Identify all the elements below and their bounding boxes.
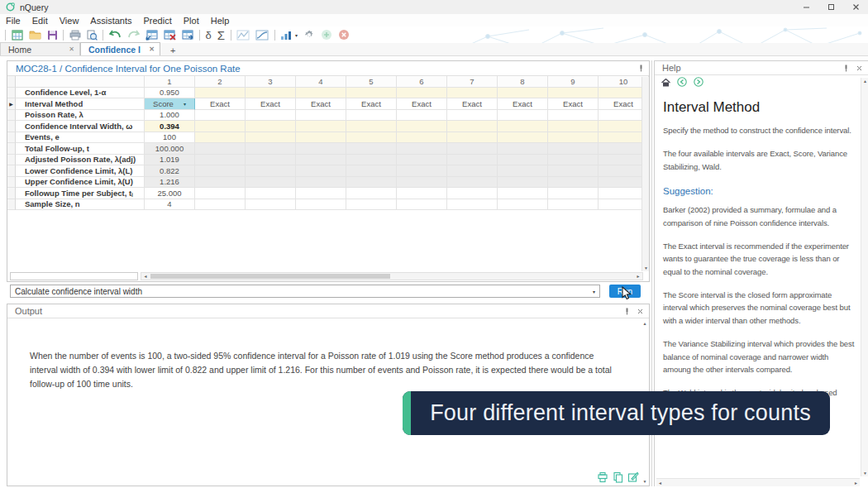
column-header-2[interactable]: 2: [195, 76, 246, 88]
grid-cell[interactable]: Exact: [548, 98, 599, 110]
grid-cell[interactable]: 4: [145, 199, 195, 211]
grid-cell[interactable]: [397, 177, 447, 189]
grid-cell[interactable]: [246, 165, 296, 177]
grid-cell[interactable]: [447, 143, 498, 155]
grid-cell[interactable]: Exact: [447, 98, 498, 110]
tab-home[interactable]: Home✕: [0, 42, 80, 55]
grid-cell[interactable]: [346, 199, 397, 211]
grid-cell[interactable]: [346, 121, 397, 132]
grid-cell[interactable]: [246, 155, 296, 166]
grid-cell[interactable]: [246, 143, 296, 155]
grid-cell[interactable]: [498, 177, 548, 189]
grid-cell[interactable]: [447, 110, 498, 122]
scroll-up-icon[interactable]: ▲: [641, 321, 648, 326]
grid-cell[interactable]: [397, 155, 447, 166]
print-output-icon[interactable]: [597, 471, 608, 483]
menu-assistants[interactable]: Assistants: [90, 16, 131, 26]
column-header-3[interactable]: 3: [246, 76, 296, 88]
grid-cell[interactable]: [548, 188, 599, 199]
edit-output-icon[interactable]: [627, 471, 639, 483]
grid-cell[interactable]: [195, 110, 246, 122]
grid-cell[interactable]: [346, 188, 397, 199]
sigma-icon[interactable]: Σ: [214, 28, 227, 41]
add-circle-icon[interactable]: [318, 28, 336, 41]
grid-cell[interactable]: [246, 121, 296, 132]
dropdown-caret-icon[interactable]: ▾: [184, 101, 186, 107]
grid-cell[interactable]: [296, 165, 346, 177]
grid-cell[interactable]: [246, 132, 296, 144]
help-horizontal-scrollbar[interactable]: ◄ ►: [656, 478, 860, 486]
grid-cell[interactable]: [498, 143, 548, 155]
grid-cell[interactable]: [498, 132, 548, 144]
delete-table-icon[interactable]: [160, 28, 179, 41]
menu-file[interactable]: File: [6, 16, 21, 26]
grid-cell[interactable]: [397, 199, 447, 211]
scroll-down-icon[interactable]: ▼: [641, 479, 648, 484]
grid-cell[interactable]: [548, 88, 599, 99]
grid-cell[interactable]: [397, 165, 447, 177]
grid-cell[interactable]: [397, 121, 447, 132]
grid-cell[interactable]: [498, 110, 548, 122]
grid-cell[interactable]: [296, 177, 346, 189]
grid-cell[interactable]: 0.822: [145, 165, 195, 177]
grid-cell[interactable]: [346, 177, 397, 189]
spline-plot-icon[interactable]: [253, 28, 272, 41]
copy-output-icon[interactable]: [613, 471, 623, 483]
grid-cell[interactable]: [498, 199, 548, 211]
grid-cell[interactable]: [195, 165, 246, 177]
grid-cell[interactable]: [346, 143, 397, 155]
grid-cell[interactable]: [246, 110, 296, 122]
grid-cell[interactable]: [498, 155, 548, 166]
table-horizontal-scrollbar[interactable]: ◄ ►: [141, 272, 643, 280]
grid-cell[interactable]: 100: [145, 132, 195, 144]
scroll-down-icon[interactable]: ▼: [642, 264, 650, 271]
grid-cell[interactable]: [397, 110, 447, 122]
settings-gear-icon[interactable]: [301, 28, 318, 41]
grid-cell[interactable]: [346, 165, 397, 177]
grid-cell[interactable]: [246, 177, 296, 189]
grid-cell[interactable]: [548, 155, 599, 166]
column-header-9[interactable]: 9: [548, 76, 599, 88]
add-tab-button[interactable]: +: [167, 45, 179, 55]
grid-cell[interactable]: [296, 110, 346, 122]
grid-cell[interactable]: Exact: [397, 98, 447, 110]
grid-cell[interactable]: [548, 132, 599, 144]
grid-cell[interactable]: [548, 121, 599, 132]
column-header-1[interactable]: 1: [145, 76, 195, 88]
grid-cell[interactable]: [397, 132, 447, 144]
close-tab-icon[interactable]: ✕: [69, 45, 74, 53]
undo-icon[interactable]: [106, 28, 124, 41]
grid-cell[interactable]: [296, 199, 346, 211]
pin-icon[interactable]: [638, 65, 644, 72]
grid-cell[interactable]: [296, 188, 346, 199]
grid-cell[interactable]: Exact: [246, 98, 296, 110]
grid-cell[interactable]: [548, 110, 599, 122]
grid-cell[interactable]: [548, 177, 599, 189]
save-icon[interactable]: [44, 28, 60, 41]
grid-cell[interactable]: [195, 143, 246, 155]
grid-cell[interactable]: [195, 155, 246, 166]
grid-cell[interactable]: [447, 177, 498, 189]
tab-confidence-interval[interactable]: Confidence Interval fo✕: [80, 42, 160, 55]
new-table-icon[interactable]: [8, 28, 26, 41]
grid-cell[interactable]: 1.000: [145, 110, 195, 122]
close-tab-icon[interactable]: ✕: [149, 45, 155, 53]
column-header-4[interactable]: 4: [296, 76, 346, 88]
grid-cell[interactable]: 0.950: [145, 88, 195, 99]
grid-cell[interactable]: [498, 121, 548, 132]
grid-cell[interactable]: [447, 132, 498, 144]
print-preview-icon[interactable]: [83, 28, 100, 41]
grid-cell[interactable]: [447, 121, 498, 132]
grid-cell[interactable]: [447, 188, 498, 199]
back-icon[interactable]: [677, 75, 687, 90]
grid-cell[interactable]: [195, 88, 246, 99]
close-window-button[interactable]: [843, 0, 868, 14]
grid-cell[interactable]: [296, 132, 346, 144]
grid-cell[interactable]: 100.000: [145, 143, 195, 155]
grid-cell[interactable]: [397, 143, 447, 155]
grid-cell[interactable]: [397, 88, 447, 99]
column-header-6[interactable]: 6: [397, 76, 447, 88]
scroll-down-icon[interactable]: ▼: [863, 471, 867, 476]
grid-cell[interactable]: 1.019: [145, 155, 195, 166]
interval-method-dropdown[interactable]: Score▾: [145, 98, 195, 110]
